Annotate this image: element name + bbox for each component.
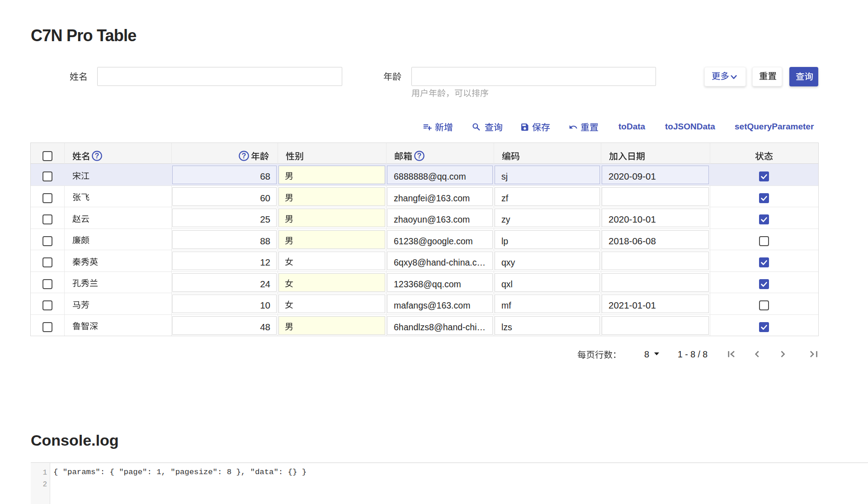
svg-text:?: ? <box>95 152 99 160</box>
svg-text:?: ? <box>242 152 246 160</box>
svg-text:?: ? <box>417 152 422 160</box>
